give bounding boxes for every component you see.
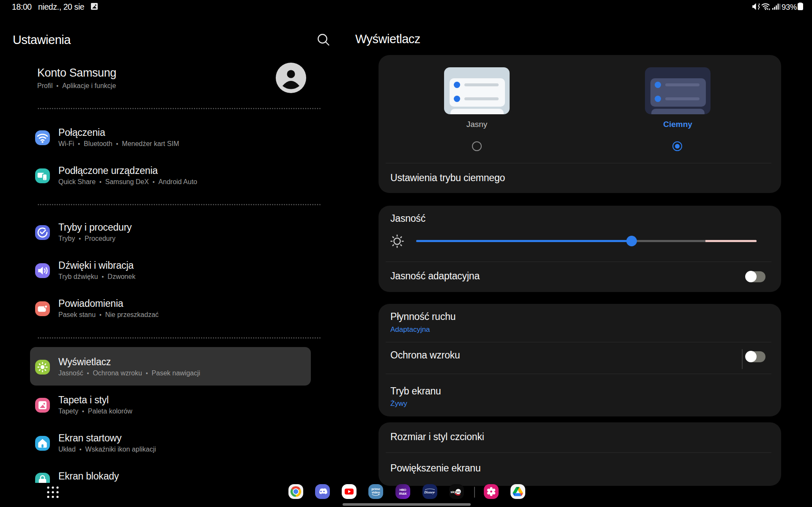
svg-text:+: + [433, 491, 435, 494]
svg-text:max: max [399, 491, 406, 496]
svg-text:SHO: SHO [456, 491, 461, 493]
svg-text:Disney: Disney [424, 490, 434, 494]
svg-text:video: video [372, 490, 380, 494]
